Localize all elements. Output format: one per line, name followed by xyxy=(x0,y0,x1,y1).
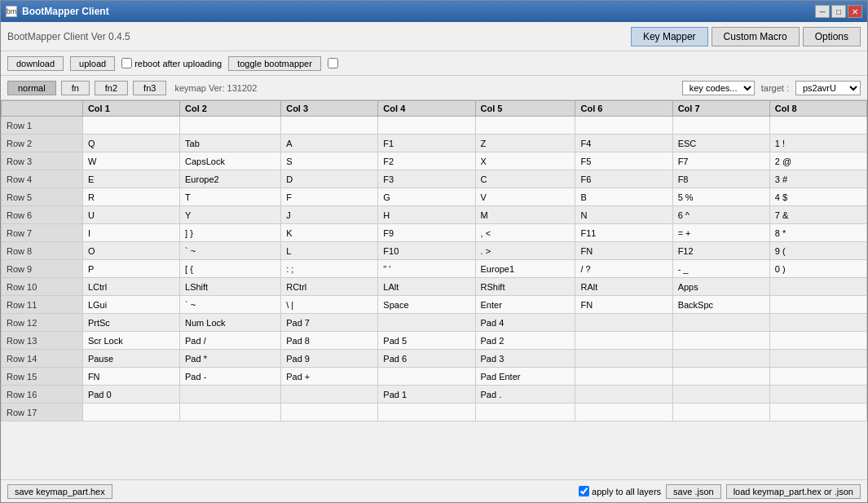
table-cell[interactable]: 5 % xyxy=(672,188,769,206)
table-cell[interactable]: RCtrl xyxy=(281,278,378,296)
close-button[interactable]: ✕ xyxy=(848,5,862,18)
table-cell[interactable]: ESC xyxy=(672,135,769,152)
table-cell[interactable]: A xyxy=(281,135,378,152)
table-cell[interactable]: \ | xyxy=(281,296,378,314)
load-button[interactable]: load keymap_part.hex or .json xyxy=(726,484,861,499)
table-cell[interactable]: F7 xyxy=(672,152,769,170)
tab-key-mapper[interactable]: Key Mapper xyxy=(631,27,708,46)
toggle-bootmapper-button[interactable]: toggle bootmapper xyxy=(228,56,321,71)
table-cell[interactable]: 1 ! xyxy=(769,135,866,152)
table-cell[interactable] xyxy=(378,117,475,135)
table-cell[interactable]: Pad 9 xyxy=(281,350,378,368)
table-cell[interactable]: Pad + xyxy=(281,368,378,386)
toggle-checkbox[interactable] xyxy=(328,58,338,68)
table-cell[interactable]: Pad 1 xyxy=(378,386,475,404)
table-cell[interactable]: 6 ^ xyxy=(672,206,769,224)
table-cell[interactable] xyxy=(769,296,866,314)
table-cell[interactable]: Enter xyxy=(475,296,575,314)
table-cell[interactable]: D xyxy=(281,170,378,188)
table-cell[interactable]: Pad 6 xyxy=(378,350,475,368)
table-cell[interactable]: Pad 0 xyxy=(82,386,179,404)
table-cell[interactable]: Pad 7 xyxy=(281,314,378,332)
table-cell[interactable] xyxy=(281,386,378,404)
table-cell[interactable]: C xyxy=(475,170,575,188)
table-cell[interactable]: N xyxy=(575,206,672,224)
table-cell[interactable]: - _ xyxy=(672,260,769,278)
table-cell[interactable]: Space xyxy=(378,296,475,314)
table-cell[interactable] xyxy=(575,404,672,421)
table-cell[interactable]: Pause xyxy=(82,350,179,368)
reboot-checkbox-label[interactable]: reboot after uploading xyxy=(121,58,222,68)
table-cell[interactable]: ] } xyxy=(180,224,281,242)
restore-button[interactable]: □ xyxy=(831,5,846,18)
table-cell[interactable]: M xyxy=(475,206,575,224)
table-cell[interactable]: F3 xyxy=(378,170,475,188)
table-cell[interactable]: / ? xyxy=(575,260,672,278)
table-cell[interactable] xyxy=(575,117,672,135)
table-cell[interactable]: 4 $ xyxy=(769,188,866,206)
table-cell[interactable]: Europe2 xyxy=(180,170,281,188)
table-cell[interactable] xyxy=(769,278,866,296)
table-cell[interactable]: F4 xyxy=(575,135,672,152)
table-cell[interactable] xyxy=(378,368,475,386)
table-cell[interactable] xyxy=(281,117,378,135)
table-cell[interactable]: S xyxy=(281,152,378,170)
layer-fn2-button[interactable]: fn2 xyxy=(95,81,128,95)
table-cell[interactable]: RShift xyxy=(475,278,575,296)
tab-options[interactable]: Options xyxy=(803,27,861,46)
table-cell[interactable]: V xyxy=(475,188,575,206)
table-cell[interactable]: Pad / xyxy=(180,332,281,350)
table-cell[interactable]: PrtSc xyxy=(82,314,179,332)
table-cell[interactable]: Pad 8 xyxy=(281,332,378,350)
table-cell[interactable]: FN xyxy=(82,368,179,386)
table-cell[interactable] xyxy=(475,117,575,135)
table-cell[interactable] xyxy=(672,386,769,404)
table-cell[interactable]: 7 & xyxy=(769,206,866,224)
table-cell[interactable] xyxy=(378,314,475,332)
table-cell[interactable] xyxy=(769,314,866,332)
table-cell[interactable] xyxy=(281,404,378,421)
table-cell[interactable]: Pad - xyxy=(180,368,281,386)
table-cell[interactable]: LGui xyxy=(82,296,179,314)
table-cell[interactable] xyxy=(180,386,281,404)
table-cell[interactable]: U xyxy=(82,206,179,224)
table-cell[interactable] xyxy=(180,117,281,135)
table-cell[interactable]: W xyxy=(82,152,179,170)
layer-fn3-button[interactable]: fn3 xyxy=(133,81,166,95)
layer-fn-button[interactable]: fn xyxy=(61,81,90,95)
table-cell[interactable]: Europe1 xyxy=(475,260,575,278)
table-cell[interactable]: F5 xyxy=(575,152,672,170)
table-cell[interactable]: BackSpc xyxy=(672,296,769,314)
table-cell[interactable] xyxy=(672,404,769,421)
table-cell[interactable] xyxy=(575,368,672,386)
table-cell[interactable]: L xyxy=(281,242,378,260)
table-cell[interactable]: Y xyxy=(180,206,281,224)
table-cell[interactable]: H xyxy=(378,206,475,224)
table-cell[interactable] xyxy=(672,332,769,350)
table-cell[interactable]: 9 ( xyxy=(769,242,866,260)
table-cell[interactable]: Q xyxy=(82,135,179,152)
table-cell[interactable]: F2 xyxy=(378,152,475,170)
table-cell[interactable]: F10 xyxy=(378,242,475,260)
table-cell[interactable]: F12 xyxy=(672,242,769,260)
table-cell[interactable]: F xyxy=(281,188,378,206)
table-cell[interactable] xyxy=(769,117,866,135)
table-cell[interactable]: Pad * xyxy=(180,350,281,368)
table-cell[interactable]: R xyxy=(82,188,179,206)
table-cell[interactable]: Num Lock xyxy=(180,314,281,332)
table-cell[interactable]: X xyxy=(475,152,575,170)
table-cell[interactable]: F1 xyxy=(378,135,475,152)
table-cell[interactable]: K xyxy=(281,224,378,242)
reboot-checkbox[interactable] xyxy=(121,58,132,68)
table-cell[interactable]: E xyxy=(82,170,179,188)
table-cell[interactable]: 8 * xyxy=(769,224,866,242)
minimize-button[interactable]: ─ xyxy=(815,5,830,18)
table-cell[interactable]: Pad 3 xyxy=(475,350,575,368)
table-cell[interactable] xyxy=(378,404,475,421)
table-cell[interactable]: Pad . xyxy=(475,386,575,404)
table-cell[interactable]: . > xyxy=(475,242,575,260)
table-cell[interactable]: RAlt xyxy=(575,278,672,296)
table-cell[interactable] xyxy=(575,386,672,404)
table-cell[interactable]: Tab xyxy=(180,135,281,152)
table-cell[interactable]: , < xyxy=(475,224,575,242)
